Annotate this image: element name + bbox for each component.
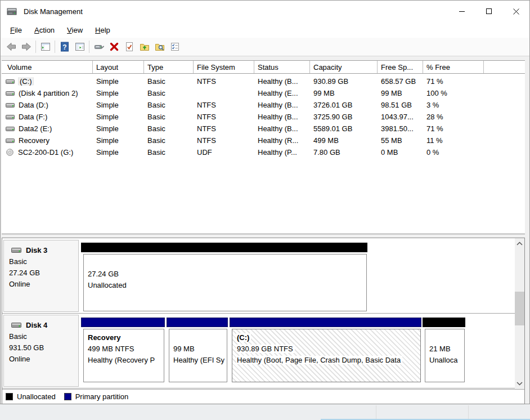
- volume-name: Data (D:): [19, 101, 48, 109]
- volume-name: Data (F:): [19, 113, 47, 121]
- disk3-label[interactable]: Disk 3 Basic 27.24 GB Online: [3, 240, 79, 312]
- volume-type: Basic: [144, 124, 194, 133]
- column-header-layout[interactable]: Layout: [93, 61, 144, 73]
- volume-type: Basic: [144, 148, 194, 157]
- vertical-scrollbar[interactable]: [515, 238, 524, 389]
- back-icon[interactable]: [3, 39, 19, 54]
- table-row[interactable]: Recovery Simple Basic NTFS Healthy (R...…: [2, 135, 525, 146]
- column-header-type[interactable]: Type: [144, 61, 194, 73]
- column-header-file-system[interactable]: File System: [194, 61, 254, 73]
- partition-size: 930.89 GB NTFS: [236, 345, 295, 353]
- column-header-status[interactable]: Status: [254, 61, 310, 73]
- forward-icon[interactable]: [19, 39, 34, 54]
- volume-pct-free: 71 %: [423, 124, 484, 133]
- volume-status: Healthy (E...: [254, 89, 310, 97]
- disk-drive-icon: [6, 137, 15, 144]
- volume-list-header: Volume Layout Type File System Status Ca…: [2, 60, 525, 74]
- disk4-c-partition-selected[interactable]: (C:) 930.89 GB NTFS Healthy (Boot, Page …: [230, 314, 421, 387]
- scrollbar-thumb[interactable]: [515, 292, 524, 325]
- disk-kind: Basic: [4, 332, 78, 341]
- volume-status: Healthy (R...: [254, 136, 310, 145]
- volume-list-pane: Volume Layout Type File System Status Ca…: [2, 60, 525, 234]
- partition-size: 499 MB NTFS: [88, 345, 134, 353]
- folder-search-icon[interactable]: [152, 39, 167, 54]
- disk-management-window: Disk Management File Action View Help: [0, 0, 530, 404]
- partition-color-band: [230, 318, 421, 327]
- partition-status: Healthy (Recovery P: [88, 356, 155, 364]
- volume-status: Healthy (B...: [254, 113, 310, 121]
- delete-icon[interactable]: [106, 39, 122, 54]
- column-header-capacity[interactable]: Capacity: [310, 61, 378, 73]
- menu-bar: File Action View Help: [1, 22, 529, 38]
- volume-type: Basic: [144, 113, 194, 121]
- volume-pct-free: 71 %: [423, 77, 484, 86]
- column-header-free-space[interactable]: Free Sp...: [378, 61, 423, 73]
- volume-name: Data2 (E:): [19, 124, 52, 133]
- volume-capacity: 499 MB: [310, 136, 378, 145]
- partition-size: 21 MB: [429, 345, 451, 353]
- volume-capacity: 7.80 GB: [310, 148, 378, 157]
- menu-action[interactable]: Action: [28, 24, 61, 37]
- volume-fs: NTFS: [194, 136, 254, 145]
- column-header-pct-free[interactable]: % Free: [423, 61, 484, 73]
- minimize-button[interactable]: [448, 1, 475, 22]
- table-row[interactable]: Data (D:) Simple Basic NTFS Healthy (B..…: [2, 99, 525, 111]
- svg-text:?: ?: [62, 43, 66, 51]
- divider: [468, 405, 469, 420]
- close-button[interactable]: [502, 1, 529, 22]
- volume-fs: NTFS: [194, 77, 254, 86]
- menu-help[interactable]: Help: [89, 24, 116, 37]
- disk3-unallocated-partition[interactable]: 27.24 GB Unallocated: [81, 239, 367, 312]
- table-row[interactable]: SC2-200-D1 (G:) Simple Basic UDF Healthy…: [2, 146, 525, 158]
- volume-pct-free: 11 %: [423, 136, 484, 145]
- maximize-button[interactable]: [475, 1, 502, 22]
- device-icon[interactable]: [91, 39, 106, 54]
- disk-drive-icon: [11, 321, 21, 329]
- help-icon[interactable]: ?: [57, 39, 72, 54]
- disk-size: 27.24 GB: [4, 269, 78, 277]
- column-header-volume[interactable]: Volume: [2, 61, 93, 73]
- volume-capacity: 3726.01 GB: [310, 101, 378, 109]
- disk4-recovery-partition[interactable]: Recovery 499 MB NTFS Healthy (Recovery P: [81, 314, 165, 387]
- partition-status: Healthy (EFI Sy: [173, 356, 224, 364]
- volume-layout: Simple: [93, 113, 144, 121]
- disk4-unallocated-partition[interactable]: 21 MB Unalloca: [423, 314, 465, 387]
- disk4-label[interactable]: Disk 4 Basic 931.50 GB Online: [3, 315, 79, 387]
- title-bar: Disk Management: [1, 1, 529, 22]
- checklist-icon[interactable]: [167, 39, 182, 54]
- volume-type: Basic: [144, 101, 194, 109]
- volume-free: 3981.50...: [378, 124, 423, 133]
- disk-status: Online: [4, 280, 78, 288]
- legend-label: Unallocated: [17, 392, 56, 401]
- disk3-row: Disk 3 Basic 27.24 GB Online 27.24 GB Un…: [2, 239, 515, 314]
- disk-name: Disk 3: [26, 246, 47, 254]
- table-row[interactable]: (Disk 4 partition 2) Simple Basic Health…: [2, 87, 525, 99]
- scroll-down-icon[interactable]: [515, 379, 524, 388]
- menu-view[interactable]: View: [61, 24, 89, 37]
- action-pane-icon[interactable]: [72, 39, 87, 54]
- volume-free: 658.57 GB: [378, 77, 423, 86]
- legend-label: Primary partition: [75, 392, 129, 401]
- volume-status: Healthy (B...: [254, 124, 310, 133]
- cd-drive-icon: [6, 149, 14, 157]
- unallocated-swatch: [6, 393, 13, 400]
- volume-free: 1043.97...: [378, 113, 423, 121]
- disk4-row: Disk 4 Basic 931.50 GB Online Recovery 4…: [2, 314, 515, 388]
- scroll-up-icon[interactable]: [515, 239, 524, 248]
- check-document-icon[interactable]: [122, 39, 137, 54]
- column-header-empty[interactable]: [484, 61, 525, 73]
- volume-capacity: 3725.90 GB: [310, 113, 378, 121]
- folder-up-icon[interactable]: [137, 39, 152, 54]
- table-row[interactable]: (C:) Simple Basic NTFS Healthy (B... 930…: [2, 75, 525, 87]
- menu-file[interactable]: File: [4, 24, 28, 37]
- console-tree-icon[interactable]: [38, 39, 53, 54]
- table-row[interactable]: Data (F:) Simple Basic NTFS Healthy (B..…: [2, 111, 525, 123]
- table-row[interactable]: Data2 (E:) Simple Basic NTFS Healthy (B.…: [2, 123, 525, 135]
- partition-status: Unalloca: [429, 356, 458, 364]
- volume-fs: NTFS: [194, 124, 254, 133]
- volume-name: (Disk 4 partition 2): [19, 89, 78, 97]
- disk4-efi-partition[interactable]: 99 MB Healthy (EFI Sy: [167, 314, 228, 387]
- volume-type: Basic: [144, 89, 194, 97]
- volume-free: 55 MB: [378, 136, 423, 145]
- volume-layout: Simple: [93, 136, 144, 145]
